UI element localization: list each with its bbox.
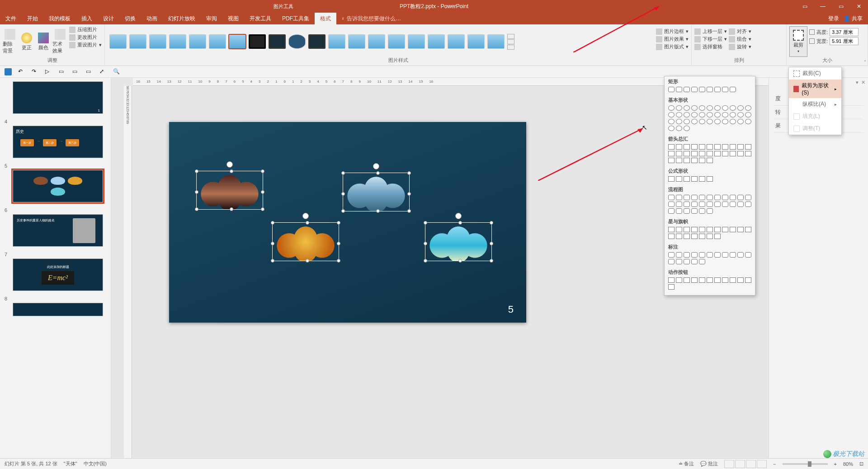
maximize-button[interactable]: ▭	[832, 0, 850, 13]
qat-icon[interactable]: ⤢	[99, 68, 107, 75]
artistic-effects-button[interactable]: 艺术效果	[52, 26, 67, 57]
shape-swatch[interactable]	[684, 151, 690, 156]
shape-swatch[interactable]	[691, 112, 698, 117]
shape-swatch[interactable]	[737, 202, 744, 207]
shape-swatch[interactable]	[722, 112, 728, 117]
start-slideshow-icon[interactable]: ▷	[45, 68, 52, 75]
shape-swatch[interactable]	[668, 112, 675, 117]
shape-swatch[interactable]	[668, 158, 675, 163]
notes-button[interactable]: ≐ 备注	[679, 460, 694, 467]
shape-swatch[interactable]	[699, 234, 705, 239]
gallery-expand-button[interactable]	[507, 34, 514, 50]
undo-icon[interactable]: ↶	[18, 68, 25, 75]
shape-swatch[interactable]	[737, 227, 744, 232]
shape-swatch[interactable]	[691, 208, 698, 214]
shape-swatch[interactable]	[707, 105, 713, 111]
shape-swatch[interactable]	[730, 277, 736, 283]
shape-swatch[interactable]	[684, 234, 690, 239]
tab-transitions[interactable]: 切换	[119, 13, 141, 24]
style-swatch[interactable]	[288, 34, 306, 49]
shape-swatch[interactable]	[676, 202, 682, 207]
comments-button[interactable]: 💬 批注	[700, 460, 718, 467]
shape-swatch[interactable]	[691, 277, 698, 283]
shape-swatch[interactable]	[699, 259, 705, 264]
shape-swatch[interactable]	[668, 252, 675, 258]
tab-slideshow[interactable]: 幻灯片放映	[163, 13, 201, 24]
thumbnail-slide-6[interactable]	[13, 303, 103, 316]
corrections-button[interactable]: 更正	[19, 26, 34, 57]
slide-thumbnails-panel[interactable]: 1 4 历史 第一步→ 第二步→ 第三步 5 6 历史事件的重要人物的姓名	[0, 78, 111, 458]
selected-picture-cloud-2[interactable]	[343, 173, 410, 211]
shape-swatch[interactable]	[737, 105, 744, 111]
qat-icon[interactable]: 🔍	[113, 68, 120, 75]
style-swatch[interactable]	[189, 34, 206, 49]
shape-swatch[interactable]	[668, 259, 675, 264]
style-swatch[interactable]	[408, 34, 425, 49]
shape-swatch[interactable]	[691, 195, 698, 200]
normal-view-button[interactable]	[724, 460, 734, 468]
shape-swatch[interactable]	[691, 227, 698, 232]
shape-swatch[interactable]	[737, 252, 744, 258]
shape-swatch[interactable]	[707, 202, 713, 207]
shape-swatch[interactable]	[722, 227, 728, 232]
shape-swatch[interactable]	[730, 227, 736, 232]
shape-swatch[interactable]	[745, 202, 751, 207]
shape-swatch[interactable]	[676, 208, 682, 214]
tell-me-search[interactable]: ♀告诉我您想要做什么…	[341, 13, 401, 24]
shape-swatch[interactable]	[691, 259, 698, 264]
shape-swatch[interactable]	[676, 227, 682, 232]
shape-swatch[interactable]	[684, 252, 690, 258]
shape-swatch[interactable]	[691, 234, 698, 239]
qat-icon[interactable]: ▭	[86, 68, 93, 75]
slide-canvas[interactable]: 5	[169, 122, 526, 323]
shape-swatch[interactable]	[745, 144, 751, 150]
reading-view-button[interactable]	[746, 460, 756, 468]
shape-swatch[interactable]	[730, 87, 736, 92]
remove-background-button[interactable]: 删除背景	[3, 26, 18, 57]
shape-swatch[interactable]	[684, 119, 690, 124]
shape-swatch[interactable]	[699, 158, 705, 163]
shape-swatch[interactable]	[684, 277, 690, 283]
color-button[interactable]: 颜色	[36, 26, 51, 57]
shape-swatch[interactable]	[684, 112, 690, 117]
shape-swatch[interactable]	[730, 202, 736, 207]
sorter-view-button[interactable]	[735, 460, 745, 468]
shape-swatch[interactable]	[730, 195, 736, 200]
shape-swatch[interactable]	[676, 119, 682, 124]
crop-menu-to-shape[interactable]: 裁剪为形状(S)▸	[789, 80, 841, 98]
shape-swatch[interactable]	[676, 277, 682, 283]
thumbnail-slide-3[interactable]	[13, 170, 103, 202]
shape-swatch[interactable]	[676, 144, 682, 150]
shape-swatch[interactable]	[707, 151, 713, 156]
shape-swatch[interactable]	[676, 105, 682, 111]
zoom-in-button[interactable]: +	[834, 461, 837, 467]
tab-home[interactable]: 开始	[22, 13, 43, 24]
shape-swatch[interactable]	[699, 105, 705, 111]
shape-swatch[interactable]	[707, 208, 713, 214]
shape-swatch[interactable]	[730, 112, 736, 117]
shape-swatch[interactable]	[730, 105, 736, 111]
login-link[interactable]: 登录	[828, 15, 839, 23]
shape-swatch[interactable]	[691, 158, 698, 163]
shape-swatch[interactable]	[691, 105, 698, 111]
crop-button[interactable]: 裁剪▾	[789, 26, 807, 57]
style-swatch[interactable]	[448, 34, 465, 49]
shape-swatch[interactable]	[707, 87, 713, 92]
shape-swatch[interactable]	[668, 208, 675, 214]
style-swatch[interactable]	[308, 34, 326, 49]
shape-swatch[interactable]	[684, 126, 690, 131]
shape-swatch[interactable]	[707, 158, 713, 163]
minimize-button[interactable]: —	[814, 0, 832, 13]
shape-swatch[interactable]	[714, 195, 721, 200]
shape-swatch[interactable]	[745, 227, 751, 232]
qat-icon[interactable]: ▭	[72, 68, 80, 75]
shape-swatch[interactable]	[714, 227, 721, 232]
crop-dropdown-menu[interactable]: 裁剪(C) 裁剪为形状(S)▸ 纵横比(A)▸ 填充(L) 调整(T)	[788, 67, 842, 135]
style-swatch[interactable]	[388, 34, 405, 49]
shape-swatch[interactable]	[699, 277, 705, 283]
close-button[interactable]: ✕	[850, 0, 868, 13]
shape-swatch[interactable]	[668, 126, 675, 131]
shape-swatch[interactable]	[714, 87, 721, 92]
style-swatch[interactable]	[249, 34, 266, 49]
reset-picture-button[interactable]: 重设图片 ▾	[69, 42, 102, 48]
